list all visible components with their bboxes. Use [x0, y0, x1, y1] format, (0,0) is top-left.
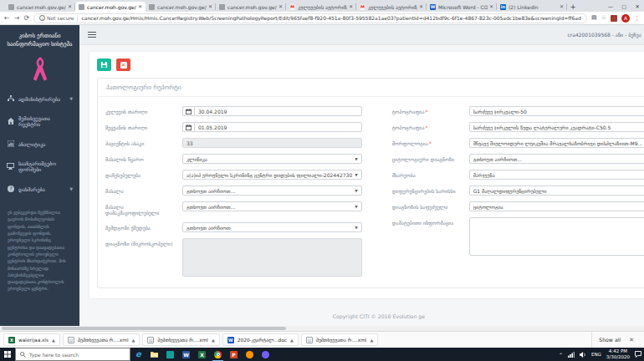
scrollbar-thumb[interactable]: [2, 327, 286, 330]
sidebar-item-help[interactable]: ? დახმარება ▼: [0, 179, 79, 199]
gmail-favicon: M: [289, 4, 295, 10]
address-bar[interactable]: i Not secure cancer.moh.gov.ge/Hmis/Hmis…: [33, 13, 587, 23]
topography-select-1[interactable]: სარძევე ჯირკვალი-50▼: [469, 106, 644, 116]
desktop-icon: [7, 163, 14, 170]
download-item-xml-2[interactable]: ▤ შემთხვევათა რ....xml ▲: [142, 333, 219, 346]
minimize-button[interactable]: —: [604, 0, 617, 12]
question-icon: ?: [7, 186, 14, 192]
field-laterality: მხარეობა მარჯვენა▼: [392, 170, 644, 180]
topography-select-2[interactable]: სარძევე ჯირკვლის ზედა ლატერალური კვადრატ…: [469, 122, 644, 132]
start-button[interactable]: [0, 348, 15, 361]
tab-close-icon[interactable]: ✕: [489, 4, 493, 9]
window-close-button[interactable]: ✕: [631, 0, 644, 12]
entry-date-input[interactable]: 01.05.2019: [194, 122, 362, 132]
action-buttons: ✕: [97, 58, 644, 71]
tab-title: კვლევების ავტორიზები: [368, 4, 417, 10]
network-icon[interactable]: [568, 352, 575, 358]
chevron-up-icon[interactable]: ▲: [370, 338, 373, 343]
bookmark-star-icon[interactable]: ☆: [601, 15, 606, 21]
store-icon[interactable]: [162, 348, 178, 361]
tab-gmail-1[interactable]: M კვლევების ავტორიზები ✕: [286, 2, 356, 12]
save-page-icon[interactable]: ▤: [591, 15, 597, 21]
chrome-menu-icon[interactable]: ⋮: [634, 15, 640, 22]
taskbar-clock[interactable]: 4:42 PM 3/30/2020: [606, 348, 630, 360]
reload-icon[interactable]: ⟳: [23, 15, 29, 22]
tab-title: (2) LinkedIn: [509, 4, 558, 10]
tab-close-icon[interactable]: ✕: [208, 4, 212, 9]
material-select[interactable]: გთხოვთ აირჩიოთ...▼: [182, 186, 362, 196]
volume-icon[interactable]: [580, 352, 586, 358]
action-center-icon[interactable]: [635, 351, 641, 358]
exam-date-input[interactable]: 30.04.2019: [194, 106, 362, 116]
tab-gmail-2[interactable]: M კვლევების ავტორიზები ✕: [356, 2, 427, 12]
download-item-doc[interactable]: W 2020-კვარტალ...doc ▲: [222, 333, 299, 346]
word-icon[interactable]: W: [178, 348, 194, 361]
download-item-xls[interactable]: X walerijaa.xls ▲: [3, 333, 60, 346]
tab-close-icon[interactable]: ✕: [279, 4, 283, 9]
tab-cancer-2-active[interactable]: cancer.moh.gov.ge/Hmis/~ ✕: [75, 2, 146, 12]
download-item-xml-1[interactable]: ▤ შემთხვევათა რ....xml ▲: [63, 333, 140, 346]
extension-icon[interactable]: [611, 15, 617, 22]
save-button[interactable]: [97, 58, 111, 71]
sidebar-item-label: საანგარიშგებო ფორმები: [18, 160, 73, 172]
morphology-select[interactable]: მწვავე მიელოიდური ლეიკემია მრავალხაზობრი…: [469, 138, 644, 148]
sidebar-item-analytics[interactable]: ანალიტიკა: [0, 134, 79, 154]
tab-close-icon[interactable]: ✕: [419, 4, 423, 9]
material-source-select[interactable]: კლინიკა▼: [182, 154, 362, 164]
not-secure-badge[interactable]: i Not secure: [39, 15, 74, 21]
sidebar-item-report-forms[interactable]: საანგარიშგებო ფორმები: [0, 154, 79, 179]
tab-word[interactable]: W Microsoft Word - COVID-1 ✕: [427, 2, 497, 12]
tab-close-icon[interactable]: ✕: [560, 4, 564, 9]
tab-cancer-3[interactable]: cancer.moh.gov.ge/Hmis/~ ✕: [146, 2, 216, 12]
tab-close-icon[interactable]: ✕: [138, 4, 142, 9]
window-controls: — ▢ ✕: [604, 0, 644, 12]
chrome-icon[interactable]: [210, 348, 226, 361]
tab-close-icon[interactable]: ✕: [68, 4, 72, 9]
new-tab-button[interactable]: +: [567, 3, 579, 11]
sidebar-item-administration[interactable]: ადმინისტრირება ▼: [0, 89, 79, 109]
tab-cancer-4[interactable]: cancer.moh.gov.ge/Hmis/~ ✕: [216, 2, 286, 12]
show-all-button[interactable]: Show all: [599, 337, 621, 343]
chevron-up-icon[interactable]: ▲: [290, 338, 294, 343]
chevron-up-icon[interactable]: ▲: [212, 338, 215, 343]
download-item-xml-3[interactable]: ▤ შემთხვევათა რ....xml ▲: [301, 333, 378, 346]
profile-avatar[interactable]: A: [621, 14, 630, 23]
caret-icon: ▼: [355, 173, 357, 177]
cancel-button[interactable]: ✕: [116, 58, 130, 71]
back-icon[interactable]: ←: [4, 15, 10, 22]
maximize-button[interactable]: ▢: [617, 0, 631, 12]
panel-header: პათოლოგიური რეპორტი ⌃: [98, 79, 644, 97]
differentiation-grade-select[interactable]: G1 მაღალდიფერენცირებული▼: [469, 186, 644, 196]
sidebar-item-case-registry[interactable]: შემთხვევათა რეესტრი: [0, 109, 79, 134]
taskbar-search-input[interactable]: Type here to search: [15, 348, 130, 361]
cytology-diagnosis-select[interactable]: გთხოვთ აირჩიოთ...▼: [469, 154, 644, 164]
laterality-select[interactable]: მარჯვენა▼: [469, 170, 644, 180]
powerpoint-icon[interactable]: P: [226, 348, 242, 361]
sitemap-icon: [7, 95, 14, 102]
tab-cancer-1[interactable]: cancer.moh.gov.ge/Hmis/~ ✕: [5, 2, 75, 12]
language-indicator[interactable]: ENG: [591, 352, 601, 357]
edge-icon[interactable]: e: [130, 348, 146, 361]
calendar-icon[interactable]: [182, 122, 194, 132]
excel-icon[interactable]: X: [194, 348, 210, 361]
horizontal-scrollbar[interactable]: [0, 326, 644, 331]
institution-select[interactable]: ა(ა)იპ ეროვნული სკრინინგ ცენტრი დიდუბის …: [182, 170, 362, 180]
linkedin-favicon: in: [500, 4, 506, 10]
forward-icon[interactable]: →: [14, 15, 20, 22]
tab-linkedin[interactable]: in (2) LinkedIn ✕: [497, 2, 567, 12]
downloads-close-icon[interactable]: ✕: [629, 337, 634, 343]
tray-expand-chevron-icon[interactable]: ⌃: [559, 352, 563, 358]
diagnosis-basis-select[interactable]: ციტოლოგია▼: [469, 201, 644, 211]
calendar-icon[interactable]: [182, 106, 194, 116]
user-info: cra42001039568 - ანი - ბუჩუა: [567, 32, 641, 38]
next-action-select[interactable]: გთხოვთ აირჩიოთ▼: [182, 222, 362, 232]
file-explorer-icon[interactable]: [146, 348, 162, 361]
tab-close-icon[interactable]: ✕: [349, 4, 353, 9]
material-satisfactory-select[interactable]: გთხოვთ აირჩიოთ...▼: [182, 201, 362, 211]
chevron-up-icon[interactable]: ▲: [132, 338, 135, 343]
hamburger-menu-icon[interactable]: [88, 32, 96, 38]
additional-info-textarea[interactable]: [469, 217, 644, 256]
firefox-icon[interactable]: [242, 348, 258, 361]
chevron-up-icon[interactable]: ▲: [52, 338, 55, 343]
viber-icon[interactable]: [258, 348, 273, 361]
